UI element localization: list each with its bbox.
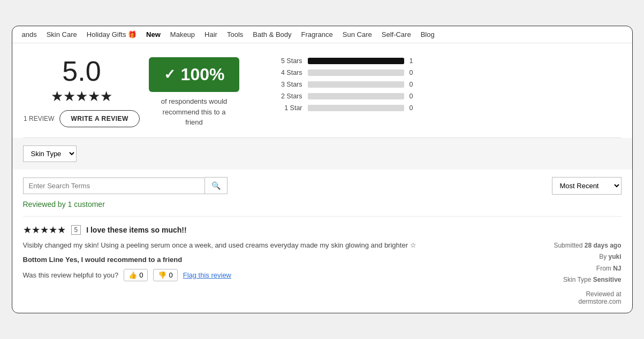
bottom-line-label: Bottom Line	[23, 256, 64, 264]
from-row: From NJ	[536, 263, 622, 275]
nav-item-selfcare[interactable]: Self-Care	[382, 30, 411, 38]
helpful-text: Was this review helpful to you?	[23, 271, 119, 279]
review-title: I love these items so much!!	[86, 226, 187, 234]
nav-item-fragrance[interactable]: Fragrance	[301, 30, 333, 38]
bar-row-3: 3 Stars 0	[280, 81, 622, 88]
sort-dropdown[interactable]: Most Recent Most Helpful Highest Rated L…	[552, 177, 622, 195]
thumbs-up-count: 0	[139, 271, 143, 279]
review-meta: Submitted 28 days ago By yuki From NJ Sk…	[536, 240, 622, 286]
nav-item-blog[interactable]: Blog	[421, 30, 435, 38]
reviewed-by-label: Reviewed by 1 customer	[23, 200, 622, 209]
bar-label-1: 1 Star	[280, 104, 302, 112]
nav-item-skincare[interactable]: Skin Care	[47, 30, 77, 38]
reviewed-at: Reviewed at dermstore.com	[536, 290, 622, 305]
thumbs-down-icon: 👎	[158, 271, 166, 279]
bar-count-2: 0	[410, 93, 416, 100]
helpful-row: Was this review helpful to you? 👍 0 👎 0 …	[23, 269, 525, 281]
recommend-percent: 100%	[181, 65, 225, 84]
search-icon: 🔍	[211, 181, 221, 190]
overall-score: 5.0	[62, 57, 101, 85]
thumbs-up-icon: 👍	[128, 271, 137, 279]
bottom-line: Bottom Line Yes, I would recommend to a …	[23, 256, 525, 264]
thumbs-down-button[interactable]: 👎 0	[153, 269, 177, 281]
from-label: From	[596, 265, 613, 272]
bar-count-3: 0	[410, 81, 416, 88]
submitted-value: 28 days ago	[585, 242, 622, 249]
review-count-link[interactable]: 1 REVIEW	[24, 115, 54, 122]
left-rating: 5.0 ★★★★★ 1 REVIEW WRITE A REVIEW	[23, 52, 141, 127]
search-input[interactable]	[23, 178, 205, 194]
bar-count-5: 1	[410, 57, 416, 65]
nav-item-holidaygifts[interactable]: Holiday Gifts 🎁	[87, 30, 137, 38]
bar-row-4: 4 Stars 0	[280, 69, 622, 76]
search-left: 🔍	[23, 177, 228, 194]
bar-track-5	[308, 58, 404, 64]
page-container: ands Skin Care Holiday Gifts 🎁 New Makeu…	[12, 26, 633, 313]
center-recommend: ✓ 100% of respondents wouldrecommend thi…	[141, 52, 248, 128]
bar-count-4: 0	[410, 69, 416, 76]
thumbs-down-count: 0	[169, 271, 172, 279]
submitted-text: Submitted 28 days ago	[536, 240, 622, 252]
review-body: Visibly changed my skin! Using a peeling…	[23, 240, 525, 251]
bar-count-1: 0	[410, 104, 416, 112]
reviewed-at-value: dermstore.com	[536, 298, 622, 305]
review-right: Submitted 28 days ago By yuki From NJ Sk…	[525, 240, 622, 305]
review-score-badge: 5	[71, 225, 81, 235]
nav-item-ands[interactable]: ands	[22, 30, 37, 38]
skintype-value: Sensitive	[593, 276, 622, 283]
check-icon: ✓	[164, 66, 176, 83]
from-value: NJ	[613, 265, 621, 272]
nav-item-makeup[interactable]: Makeup	[170, 30, 195, 38]
bar-row-1: 1 Star 0	[280, 104, 622, 112]
nav-item-tools[interactable]: Tools	[227, 30, 243, 38]
bar-label-2: 2 Stars	[280, 93, 302, 100]
nav-item-hair[interactable]: Hair	[204, 30, 217, 38]
skin-type-dropdown[interactable]: Skin Type	[23, 145, 77, 162]
bottom-line-value: Yes, I would recommend to a friend	[65, 256, 182, 264]
bar-label-3: 3 Stars	[280, 81, 302, 88]
review-item: ★★★★★ 5 I love these items so much!! Vis…	[23, 216, 622, 313]
nav-item-suncare[interactable]: Sun Care	[343, 30, 372, 38]
stars-breakdown: 5 Stars 1 4 Stars 0 3 Stars	[248, 52, 622, 116]
review-content-row: Visibly changed my skin! Using a peeling…	[23, 240, 622, 305]
bar-track-4	[308, 70, 404, 76]
flag-review-link[interactable]: Flag this review	[183, 271, 231, 279]
overall-stars: ★★★★★	[51, 88, 112, 105]
bar-track-3	[308, 81, 404, 88]
recommend-badge: ✓ 100%	[149, 57, 240, 92]
bar-label-4: 4 Stars	[280, 69, 302, 76]
by-value: yuki	[608, 253, 621, 260]
bar-row-2: 2 Stars 0	[280, 93, 622, 100]
thumbs-up-button[interactable]: 👍 0	[124, 269, 148, 281]
bar-fill-5	[308, 58, 404, 64]
review-header: ★★★★★ 5 I love these items so much!!	[23, 224, 622, 236]
review-left: Visibly changed my skin! Using a peeling…	[23, 240, 525, 282]
review-count-row: 1 REVIEW WRITE A REVIEW	[24, 110, 140, 127]
rating-section: 5.0 ★★★★★ 1 REVIEW WRITE A REVIEW ✓ 100%…	[23, 52, 622, 138]
nav-bar: ands Skin Care Holiday Gifts 🎁 New Makeu…	[12, 26, 632, 43]
nav-item-new[interactable]: New	[146, 30, 161, 38]
bar-row-5: 5 Stars 1	[280, 57, 622, 65]
main-content: 5.0 ★★★★★ 1 REVIEW WRITE A REVIEW ✓ 100%…	[12, 43, 632, 313]
search-section: 🔍 Most Recent Most Helpful Highest Rated…	[23, 170, 622, 200]
review-stars: ★★★★★	[23, 224, 66, 236]
by-row: By yuki	[536, 251, 622, 263]
bar-label-5: 5 Stars	[280, 57, 302, 65]
skintype-label: Skin Type	[563, 276, 593, 283]
bar-track-1	[308, 105, 404, 111]
write-review-button[interactable]: WRITE A REVIEW	[59, 110, 139, 127]
by-label: By	[599, 253, 608, 260]
filter-section: Skin Type	[12, 138, 632, 170]
submitted-label: Submitted	[554, 242, 584, 249]
skintype-row: Skin Type Sensitive	[536, 274, 622, 286]
reviewed-at-label: Reviewed at	[536, 290, 622, 298]
search-button[interactable]: 🔍	[205, 177, 228, 194]
nav-item-bathbody[interactable]: Bath & Body	[253, 30, 291, 38]
recommend-text: of respondents wouldrecommend this to af…	[161, 96, 228, 128]
bar-track-2	[308, 93, 404, 99]
